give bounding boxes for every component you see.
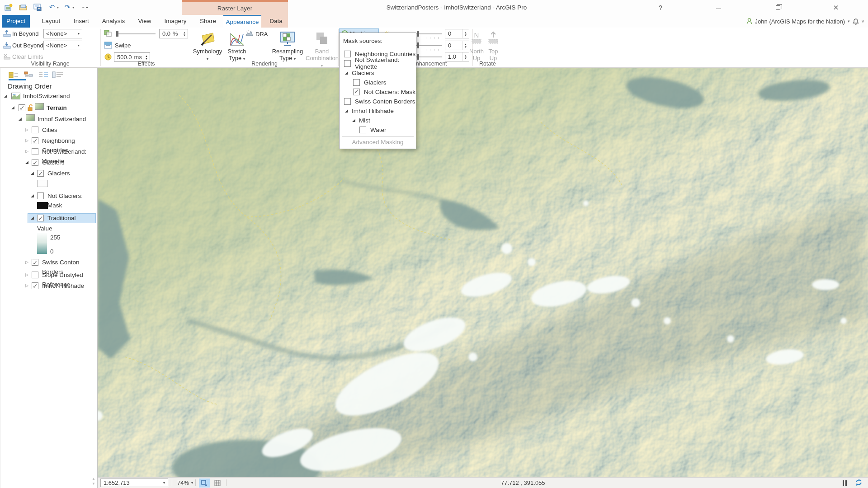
map-view[interactable] — [98, 68, 868, 477]
mask-item-not-switzerland-vignette[interactable]: Not Switzerland: Vignette — [344, 59, 416, 68]
expander-icon[interactable]: ◢ — [31, 191, 34, 201]
out-beyond-label[interactable]: Out Beyond — [12, 42, 43, 49]
undo-icon[interactable]: ↶ — [47, 3, 57, 12]
transparency-slider[interactable] — [116, 33, 156, 34]
tab-view[interactable]: View — [132, 15, 157, 28]
gamma-slider-handle[interactable] — [417, 54, 419, 60]
mask-item-glaciers[interactable]: Glaciers — [353, 78, 387, 87]
layer-row-cities[interactable]: ▷ Cities — [0, 125, 98, 135]
list-by-drawing-order-tab[interactable] — [8, 70, 19, 79]
undo-dropdown-icon[interactable]: ▾ — [57, 5, 59, 9]
mask-group-mist[interactable]: ◢ Mist — [352, 116, 370, 125]
mask-item-water[interactable]: Water — [359, 125, 387, 134]
checkbox[interactable] — [344, 51, 351, 57]
list-by-selection-tab[interactable] — [38, 70, 49, 79]
notifications-bell-icon[interactable] — [853, 18, 859, 25]
transparency-slider-handle[interactable] — [116, 31, 118, 37]
layer-row-slope-unstyled-reference[interactable]: ▷ Slope Unstyled Reference — [0, 270, 98, 280]
layer-visibility-checkbox[interactable] — [19, 104, 25, 111]
layer-row-swiss-conton-borders[interactable]: ▷ Swiss Conton Borders — [0, 258, 98, 267]
contrast-value[interactable]: 0▲▼ — [445, 41, 469, 50]
brightness-slider-handle[interactable] — [417, 31, 419, 37]
layer-visibility-checkbox[interactable] — [32, 148, 38, 155]
clear-limits-button[interactable]: Clear Limits — [12, 53, 43, 60]
signed-in-user[interactable]: John (ArcGIS Maps for the Nation) — [755, 18, 845, 25]
checkbox[interactable] — [359, 127, 366, 133]
help-button[interactable]: ? — [650, 0, 671, 15]
account-dropdown-icon[interactable]: ▾ — [848, 19, 850, 23]
layer-row-glaciers-group[interactable]: ◢ Glaciers — [0, 158, 98, 167]
save-project-icon[interactable] — [33, 3, 42, 12]
checkbox[interactable] — [344, 98, 351, 105]
swipe-button[interactable]: Swipe — [115, 42, 131, 49]
layer-visibility-checkbox[interactable] — [32, 259, 38, 266]
layer-visibility-checkbox[interactable] — [32, 127, 38, 133]
checkbox[interactable] — [344, 60, 351, 67]
in-beyond-label[interactable]: In Beyond — [12, 30, 39, 37]
refresh-button[interactable] — [855, 479, 863, 488]
layer-row-imhofswitzerland[interactable]: ◢ ImhofSwitzerland — [0, 91, 98, 101]
expander-icon[interactable]: ◢ — [345, 70, 348, 75]
expander-icon[interactable]: ▷ — [25, 147, 28, 156]
tab-layout[interactable]: Layout — [38, 15, 65, 28]
expander-icon[interactable]: ◢ — [11, 103, 14, 113]
layer-visibility-checkbox[interactable] — [37, 170, 44, 177]
layer-visibility-checkbox[interactable] — [32, 282, 38, 289]
pane-scrollbar[interactable]: ▲▼ — [91, 476, 96, 486]
mask-item-swiss-conton-borders[interactable]: Swiss Conton Borders — [344, 97, 415, 106]
close-button[interactable]: ✕ — [826, 0, 846, 15]
tab-analysis[interactable]: Analysis — [98, 15, 129, 28]
layer-row-imhof-hillshade[interactable]: ▷ Imhof Hillshade — [0, 281, 98, 291]
snapping-toggle[interactable] — [199, 479, 210, 488]
layer-row-imhof-switzerland[interactable]: ◢ Imhof Switzerland — [0, 114, 98, 124]
expander-icon[interactable]: ◢ — [4, 91, 7, 101]
minimize-button[interactable] — [708, 0, 729, 15]
layer-row-traditional[interactable]: ◢ Traditional — [0, 213, 98, 223]
expander-icon[interactable]: ▷ — [25, 258, 28, 267]
tab-insert[interactable]: Insert — [68, 15, 95, 28]
expander-icon[interactable]: ◢ — [19, 114, 22, 124]
out-beyond-select[interactable]: <None>▾ — [43, 41, 82, 50]
layer-row-not-switzerland-vignette[interactable]: ▷ Not Switzerland: Vignette — [0, 147, 98, 156]
new-project-icon[interactable] — [4, 3, 14, 12]
redo-dropdown-icon[interactable]: ▾ — [72, 5, 74, 9]
expander-icon[interactable]: ◢ — [31, 213, 34, 223]
tab-imagery[interactable]: Imagery — [159, 15, 192, 28]
restore-button[interactable] — [768, 0, 788, 15]
layer-row-not-glaciers-mask[interactable]: ◢ Not Glaciers: Mask — [0, 191, 98, 201]
checkbox[interactable] — [353, 89, 360, 95]
expander-icon[interactable]: ◢ — [345, 108, 348, 113]
dra-button[interactable]: DRA — [245, 29, 271, 39]
list-by-editing-tab[interactable] — [52, 70, 64, 79]
tab-data[interactable]: Data — [264, 15, 288, 28]
tab-appearance[interactable]: Appearance — [223, 15, 261, 28]
layer-visibility-checkbox[interactable] — [32, 272, 38, 278]
tab-project[interactable]: Project — [2, 15, 30, 28]
transparency-stepper[interactable]: ▲▼ — [181, 29, 188, 38]
open-project-icon[interactable] — [18, 3, 28, 12]
not-glaciers-mask-symbol-swatch[interactable] — [37, 202, 48, 209]
layer-visibility-checkbox[interactable] — [32, 137, 38, 144]
expander-icon[interactable]: ▷ — [25, 281, 28, 291]
checkbox[interactable] — [353, 79, 360, 86]
map-scale-select[interactable]: 1:652,713▾ — [100, 479, 168, 487]
customize-toolbar-icon[interactable]: ᠆▾ — [80, 3, 90, 12]
redo-icon[interactable]: ↷ — [62, 3, 72, 12]
transparency-value[interactable]: 0.0% ▲▼ — [159, 29, 188, 38]
expander-icon[interactable]: ▷ — [25, 136, 28, 145]
layer-row-glaciers[interactable]: ◢ Glaciers — [0, 169, 98, 178]
layer-visibility-checkbox[interactable] — [37, 215, 44, 221]
expander-icon[interactable]: ▷ — [25, 125, 28, 135]
zoom-level-control[interactable]: 74%▾ — [177, 478, 193, 488]
layer-visibility-checkbox[interactable] — [32, 159, 38, 166]
mask-group-imhof-hillshade[interactable]: ◢ Imhof Hillshade — [345, 106, 394, 115]
advanced-masking-button[interactable]: Advanced Masking — [340, 139, 416, 145]
ribbon-collapse-icon[interactable]: ˅ — [862, 19, 864, 24]
in-beyond-select[interactable]: <None>▾ — [43, 29, 82, 38]
pause-drawing-button[interactable] — [843, 480, 848, 486]
layer-row-terrain[interactable]: ◢ Terrain — [0, 103, 98, 113]
contrast-slider-handle[interactable] — [417, 42, 419, 48]
expander-icon[interactable]: ◢ — [352, 118, 355, 122]
expander-icon[interactable]: ▷ — [25, 270, 28, 280]
layer-row-neighboring-countries[interactable]: ▷ Neighboring Countries — [0, 136, 98, 145]
